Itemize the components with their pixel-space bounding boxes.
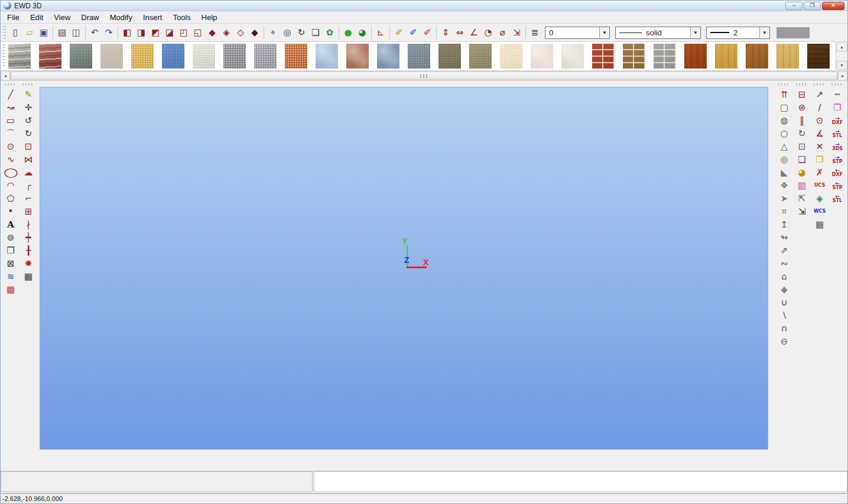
boolean-interfere[interactable]: ⊖ xyxy=(777,335,791,348)
mirror-3d[interactable]: ‖ xyxy=(795,114,809,127)
texture-white-marble[interactable] xyxy=(561,44,584,69)
draw-toolbar-grip[interactable] xyxy=(5,83,17,86)
paint-material-pick[interactable]: ✐ xyxy=(406,25,420,40)
copy-rotate[interactable]: ↺ xyxy=(21,114,35,127)
draw-point[interactable]: • xyxy=(4,205,18,218)
toolbar-grip[interactable] xyxy=(4,26,6,39)
edit-vertices[interactable]: ⊞ xyxy=(21,205,35,218)
texture-scroll-up-icon[interactable]: ▲ xyxy=(836,43,847,51)
scale[interactable]: ⊡ xyxy=(21,140,35,153)
texture-gray-granite[interactable] xyxy=(223,44,246,69)
texture-stone-brick[interactable] xyxy=(654,44,676,69)
view-compass[interactable]: ◈ xyxy=(813,192,827,205)
helix[interactable]: ∾ xyxy=(777,257,791,270)
draw-arc-3pt[interactable]: ◠ xyxy=(4,179,18,192)
loft[interactable]: ⇗ xyxy=(777,244,791,257)
save-file[interactable]: ▣ xyxy=(37,25,51,40)
texture-vertical-scrollbar[interactable]: ▲ ▼ xyxy=(836,43,847,70)
command-input-area[interactable] xyxy=(314,471,847,492)
texture-green-granite[interactable] xyxy=(70,44,92,69)
copy-object[interactable]: ❐ xyxy=(4,244,18,257)
edge-line[interactable]: ∕ xyxy=(813,101,827,114)
dim-diameter[interactable]: ⌀ xyxy=(495,25,509,40)
shaded-view[interactable]: ● xyxy=(341,25,355,40)
hatch[interactable]: ≋ xyxy=(4,270,18,283)
divide[interactable]: ∤ xyxy=(21,218,35,231)
dim-vertical[interactable]: ⇕ xyxy=(438,25,453,40)
view-axonometric[interactable]: ◆ xyxy=(205,25,219,40)
dim-edit[interactable]: ⇲ xyxy=(509,25,524,40)
shell[interactable]: ❑ xyxy=(795,153,809,166)
menu-tools[interactable]: Tools xyxy=(167,12,196,23)
load-part[interactable]: ⇱ xyxy=(795,192,809,205)
rotate-solid[interactable]: ↻ xyxy=(795,127,809,140)
texture-scroll-down-icon[interactable]: ▼ xyxy=(836,61,847,70)
delete-object[interactable]: ✗ xyxy=(813,166,827,179)
view-right[interactable]: ◪ xyxy=(163,25,177,40)
measure-ticks[interactable]: ┿ xyxy=(21,231,35,244)
zoom-in-out[interactable]: ◎ xyxy=(280,25,294,40)
dim-horizontal[interactable]: ⇔ xyxy=(453,25,467,40)
section-plane[interactable]: ⊟ xyxy=(795,88,809,101)
material-chart[interactable]: ◕ xyxy=(795,166,809,179)
print[interactable]: ▤ xyxy=(55,25,69,40)
measure-distance[interactable]: ↗ xyxy=(813,88,827,101)
paint-material[interactable]: ✐ xyxy=(392,25,406,40)
scroll-right-icon[interactable]: ▸ xyxy=(838,71,847,81)
draw-ellipse[interactable]: ◯ xyxy=(4,166,18,179)
sweep[interactable]: ↬ xyxy=(777,231,791,244)
menu-draw[interactable]: Draw xyxy=(76,12,104,23)
draw-polygon[interactable]: ⬠ xyxy=(4,192,18,205)
zoom-page[interactable]: ❏ xyxy=(308,25,323,40)
trim-solid[interactable]: ⊛ xyxy=(795,101,809,114)
scroll-thumb[interactable] xyxy=(11,71,837,80)
texture-antique-brick[interactable] xyxy=(623,44,645,69)
texture-mahogany-wood[interactable] xyxy=(684,44,707,69)
texture-slate-blue[interactable] xyxy=(377,44,399,69)
solid-wedge[interactable]: ◣ xyxy=(777,166,791,179)
boolean-union[interactable]: ∪ xyxy=(777,296,791,309)
boolean-intersect[interactable]: ∩ xyxy=(777,322,791,335)
boolean-subtract[interactable]: ∖ xyxy=(777,309,791,322)
texture-beige-fabric[interactable] xyxy=(100,44,123,69)
export-3ds[interactable]: 3DS xyxy=(830,140,844,153)
push-pull[interactable]: ⇈ xyxy=(777,88,791,101)
draw-text[interactable]: A xyxy=(4,218,18,231)
render-options[interactable]: ✿ xyxy=(323,25,337,40)
erase[interactable]: ✎ xyxy=(21,88,35,101)
texture-denim-weave[interactable] xyxy=(408,44,430,69)
solids-toolbar-grip[interactable] xyxy=(778,83,790,86)
solid-cone[interactable]: △ xyxy=(777,140,791,153)
linewidth-select[interactable]: 2 ▼ xyxy=(706,27,770,39)
center-circle[interactable]: ⊙ xyxy=(813,114,827,127)
linetype-select[interactable]: solid ▼ xyxy=(615,27,701,39)
texture-terracotta[interactable] xyxy=(285,44,307,69)
texture-copper[interactable] xyxy=(39,44,61,69)
select-object[interactable]: ⊠ xyxy=(4,257,18,270)
layer-dropdown-arrow[interactable]: ▼ xyxy=(599,27,609,38)
menu-modify[interactable]: Modify xyxy=(105,12,138,23)
solid-sphere[interactable]: ○ xyxy=(777,127,791,140)
color-swatch[interactable] xyxy=(776,27,810,38)
layers[interactable]: ≣ xyxy=(528,25,542,40)
texture-stainless-steel[interactable] xyxy=(8,44,31,69)
move[interactable]: ✛ xyxy=(21,101,35,114)
texture-blue-marble[interactable] xyxy=(316,44,338,69)
menu-help[interactable]: Help xyxy=(196,12,223,23)
linetype-dropdown-arrow[interactable]: ▼ xyxy=(690,27,700,38)
restore-button[interactable]: ❐ xyxy=(804,2,821,10)
insert-region[interactable]: ⊚ xyxy=(4,231,18,244)
view-left[interactable]: ◩ xyxy=(148,25,163,40)
print-preview[interactable]: ◫ xyxy=(69,25,83,40)
scroll-left-icon[interactable]: ◂ xyxy=(1,71,10,81)
view-sw-iso[interactable]: ◈ xyxy=(219,25,233,40)
draw-line[interactable]: ╱ xyxy=(4,88,18,101)
array[interactable]: ▦ xyxy=(21,270,35,283)
explode[interactable]: ✸ xyxy=(21,257,35,270)
open-file[interactable]: ▱ xyxy=(22,25,37,40)
scroll-track[interactable] xyxy=(10,71,838,81)
solid-box[interactable]: ▢ xyxy=(777,101,791,114)
solid-group[interactable]: ❖ xyxy=(777,179,791,192)
redo[interactable]: ↷ xyxy=(102,25,116,40)
texture-white-quartz[interactable] xyxy=(193,44,215,69)
